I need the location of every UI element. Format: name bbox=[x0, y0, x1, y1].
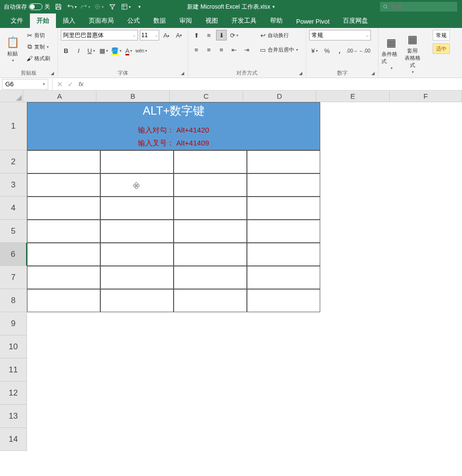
cell-A5[interactable] bbox=[27, 220, 100, 243]
redo-icon[interactable]: ▾ bbox=[80, 1, 91, 12]
align-center-icon[interactable]: ≡ bbox=[204, 44, 214, 55]
cell-A3[interactable] bbox=[27, 173, 100, 197]
touch-icon[interactable]: ▾ bbox=[94, 1, 104, 12]
comma-icon[interactable]: , bbox=[334, 45, 345, 56]
fx-icon[interactable]: fx bbox=[76, 80, 86, 88]
percent-icon[interactable]: % bbox=[322, 45, 332, 56]
autosave-toggle[interactable]: 自动保存 关 bbox=[4, 3, 50, 11]
fill-color-button[interactable]: 🪣▾ bbox=[111, 45, 122, 56]
cell-A4[interactable] bbox=[27, 197, 100, 220]
cell-D6[interactable] bbox=[247, 243, 320, 266]
cell-B2[interactable] bbox=[100, 150, 174, 173]
cell-C6[interactable] bbox=[174, 243, 247, 266]
cell-B3[interactable] bbox=[100, 173, 174, 197]
align-middle-icon[interactable]: ≡ bbox=[204, 30, 214, 40]
row-header-6[interactable]: 6 bbox=[0, 243, 27, 266]
table-format-button[interactable]: ▦ 套用 表格格式▾ bbox=[403, 30, 422, 77]
align-bottom-icon[interactable]: ⬇ bbox=[216, 30, 227, 40]
decrease-decimal-icon[interactable]: ←.00 bbox=[359, 45, 370, 56]
orientation-icon[interactable]: ⟳▾ bbox=[229, 30, 239, 40]
bold-button[interactable]: B bbox=[61, 45, 71, 56]
cell-C2[interactable] bbox=[174, 150, 247, 173]
cell-C3[interactable] bbox=[174, 173, 247, 197]
decrease-font-icon[interactable]: A▾ bbox=[174, 30, 184, 40]
enter-icon[interactable]: ✓ bbox=[65, 79, 76, 90]
font-name-select[interactable]: 阿里巴巴普惠体⌵ bbox=[61, 30, 138, 40]
font-launcher-icon[interactable]: ◢ bbox=[181, 71, 186, 76]
cell-C7[interactable] bbox=[174, 266, 247, 289]
qat-customize-icon[interactable]: ▾ bbox=[134, 1, 145, 12]
row-header-13[interactable]: 13 bbox=[0, 405, 27, 428]
tab-baidu[interactable]: 百度网盘 bbox=[336, 13, 375, 28]
search-box[interactable] bbox=[380, 2, 457, 12]
cell-B4[interactable] bbox=[100, 197, 174, 220]
paste-button[interactable]: 📋 粘贴 ▾ bbox=[3, 30, 22, 68]
tab-review[interactable]: 审阅 bbox=[173, 13, 199, 28]
tab-home[interactable]: 开始 bbox=[30, 13, 56, 28]
cell-D4[interactable] bbox=[247, 197, 320, 220]
cell-style-normal[interactable]: 常规 bbox=[433, 30, 450, 40]
cell-style-neutral[interactable]: 适中 bbox=[433, 43, 450, 54]
cell-C4[interactable] bbox=[174, 197, 247, 220]
conditional-format-button[interactable]: ▦ 条件格式▾ bbox=[381, 30, 401, 77]
merge-center-button[interactable]: ▭合并后居中▾ bbox=[258, 44, 299, 55]
row-header-5[interactable]: 5 bbox=[0, 220, 27, 243]
col-header-E[interactable]: E bbox=[316, 91, 390, 102]
col-header-B[interactable]: B bbox=[96, 91, 170, 102]
increase-decimal-icon[interactable]: .00→ bbox=[347, 45, 357, 56]
select-all-corner[interactable] bbox=[0, 91, 23, 102]
cell-D8[interactable] bbox=[247, 289, 320, 312]
tab-data[interactable]: 数据 bbox=[147, 13, 173, 28]
font-color-button[interactable]: A▾ bbox=[123, 45, 134, 56]
cell-D7[interactable] bbox=[247, 266, 320, 289]
cell-D2[interactable] bbox=[247, 150, 320, 173]
filter-icon[interactable] bbox=[107, 1, 118, 12]
row-header-12[interactable]: 12 bbox=[0, 382, 27, 405]
row-header-1[interactable]: 1 bbox=[0, 102, 27, 150]
col-header-A[interactable]: A bbox=[23, 91, 96, 102]
currency-icon[interactable]: ¥▾ bbox=[309, 45, 320, 56]
col-header-D[interactable]: D bbox=[243, 91, 316, 102]
cell-B7[interactable] bbox=[100, 266, 174, 289]
save-icon[interactable] bbox=[53, 1, 64, 12]
tab-file[interactable]: 文件 bbox=[4, 13, 30, 28]
row-header-2[interactable]: 2 bbox=[0, 150, 27, 173]
row-header-14[interactable]: 14 bbox=[0, 428, 27, 451]
tab-insert[interactable]: 插入 bbox=[56, 13, 82, 28]
cell-A7[interactable] bbox=[27, 266, 100, 289]
cell-B6[interactable] bbox=[100, 243, 174, 266]
format-painter-button[interactable]: 🖌格式刷 bbox=[24, 53, 52, 64]
cell-B5[interactable] bbox=[100, 220, 174, 243]
wrap-text-button[interactable]: ↩自动换行 bbox=[258, 30, 299, 40]
cell-A8[interactable] bbox=[27, 289, 100, 312]
decrease-indent-icon[interactable]: ⇤ bbox=[229, 44, 239, 55]
cell-D5[interactable] bbox=[247, 220, 320, 243]
tab-pivot[interactable]: Power Pivot bbox=[289, 15, 336, 28]
undo-icon[interactable]: ▾ bbox=[67, 1, 77, 12]
cell-D3[interactable] bbox=[247, 173, 320, 197]
align-left-icon[interactable]: ≡ bbox=[191, 44, 202, 55]
row-header-8[interactable]: 8 bbox=[0, 289, 27, 312]
row-header-9[interactable]: 9 bbox=[0, 312, 27, 335]
number-format-select[interactable]: 常规⌵ bbox=[309, 30, 371, 40]
number-launcher-icon[interactable]: ◢ bbox=[371, 71, 376, 76]
cell-A2[interactable] bbox=[27, 150, 100, 173]
increase-indent-icon[interactable]: ⇥ bbox=[241, 44, 252, 55]
row-header-10[interactable]: 10 bbox=[0, 335, 27, 358]
search-input[interactable] bbox=[391, 3, 454, 10]
col-header-F[interactable]: F bbox=[390, 91, 462, 102]
tab-layout[interactable]: 页面布局 bbox=[82, 13, 121, 28]
clipboard-launcher-icon[interactable]: ◢ bbox=[51, 71, 55, 76]
cell-C5[interactable] bbox=[174, 220, 247, 243]
tab-formulas[interactable]: 公式 bbox=[121, 13, 147, 28]
col-header-C[interactable]: C bbox=[170, 91, 243, 102]
cut-button[interactable]: ✂剪切 bbox=[24, 30, 52, 40]
merged-header-cell[interactable]: ALT+数字键输入对勾： Alt+41420输入叉号： Alt+41409 bbox=[27, 102, 320, 150]
name-box[interactable]: G6▾ bbox=[2, 79, 48, 90]
cell-C8[interactable] bbox=[174, 289, 247, 312]
row-header-4[interactable]: 4 bbox=[0, 197, 27, 220]
align-right-icon[interactable]: ≡ bbox=[216, 44, 227, 55]
align-launcher-icon[interactable]: ◢ bbox=[299, 71, 304, 76]
cell-A6[interactable] bbox=[27, 243, 100, 266]
row-header-7[interactable]: 7 bbox=[0, 266, 27, 289]
